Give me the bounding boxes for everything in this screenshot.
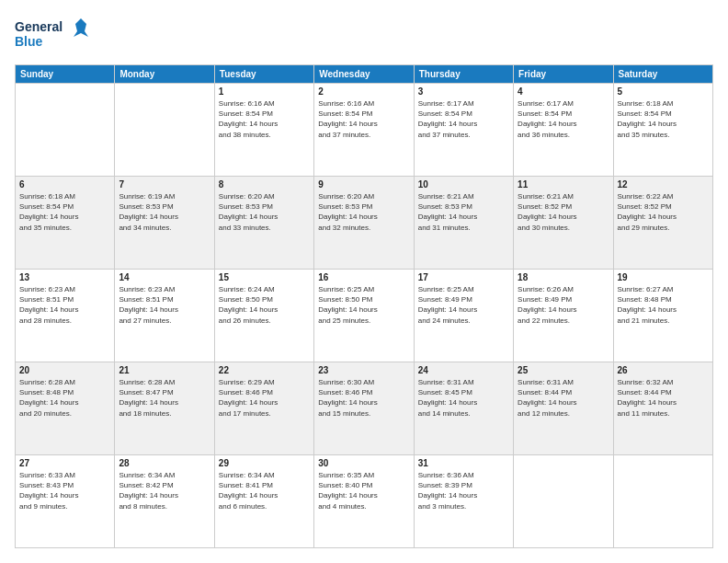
weekday-header-sunday: Sunday (16, 65, 115, 84)
day-number: 1 (219, 86, 310, 97)
day-info: Sunrise: 6:17 AM Sunset: 8:54 PM Dayligh… (518, 98, 609, 140)
day-number: 8 (219, 179, 310, 190)
calendar-cell (514, 455, 613, 548)
calendar-cell (16, 84, 115, 177)
calendar-cell: 16Sunrise: 6:25 AM Sunset: 8:50 PM Dayli… (314, 270, 414, 362)
day-info: Sunrise: 6:34 AM Sunset: 8:42 PM Dayligh… (119, 470, 210, 511)
calendar-cell: 10Sunrise: 6:21 AM Sunset: 8:53 PM Dayli… (414, 177, 513, 270)
day-number: 29 (219, 458, 310, 468)
day-number: 5 (618, 86, 709, 97)
calendar-cell (613, 455, 712, 548)
calendar-cell: 18Sunrise: 6:26 AM Sunset: 8:49 PM Dayli… (514, 270, 613, 362)
day-number: 19 (618, 272, 709, 282)
day-number: 22 (219, 365, 310, 375)
weekday-header-friday: Friday (514, 65, 613, 84)
calendar-cell: 9Sunrise: 6:20 AM Sunset: 8:53 PM Daylig… (314, 177, 414, 270)
day-info: Sunrise: 6:27 AM Sunset: 8:48 PM Dayligh… (618, 284, 709, 326)
day-info: Sunrise: 6:25 AM Sunset: 8:49 PM Dayligh… (418, 284, 509, 326)
day-number: 3 (418, 86, 509, 97)
day-info: Sunrise: 6:32 AM Sunset: 8:44 PM Dayligh… (618, 377, 709, 419)
calendar-cell: 27Sunrise: 6:33 AM Sunset: 8:43 PM Dayli… (16, 455, 115, 548)
weekday-header-tuesday: Tuesday (214, 65, 313, 84)
svg-marker-2 (74, 18, 88, 37)
calendar-cell: 7Sunrise: 6:19 AM Sunset: 8:53 PM Daylig… (115, 177, 214, 270)
calendar-cell: 4Sunrise: 6:17 AM Sunset: 8:54 PM Daylig… (514, 84, 613, 177)
calendar-cell: 12Sunrise: 6:22 AM Sunset: 8:52 PM Dayli… (613, 177, 712, 270)
week-row-2: 6Sunrise: 6:18 AM Sunset: 8:54 PM Daylig… (16, 177, 713, 270)
day-number: 10 (418, 179, 509, 190)
calendar-table: SundayMondayTuesdayWednesdayThursdayFrid… (15, 64, 713, 548)
calendar-cell: 11Sunrise: 6:21 AM Sunset: 8:52 PM Dayli… (514, 177, 613, 270)
calendar-cell: 5Sunrise: 6:18 AM Sunset: 8:54 PM Daylig… (613, 84, 712, 177)
day-number: 30 (318, 458, 409, 468)
weekday-header-thursday: Thursday (414, 65, 513, 84)
day-number: 13 (19, 272, 110, 282)
calendar-cell: 15Sunrise: 6:24 AM Sunset: 8:50 PM Dayli… (214, 270, 313, 362)
calendar-cell: 23Sunrise: 6:30 AM Sunset: 8:46 PM Dayli… (314, 362, 414, 455)
day-number: 27 (19, 458, 110, 468)
day-info: Sunrise: 6:19 AM Sunset: 8:53 PM Dayligh… (119, 191, 210, 233)
day-number: 24 (418, 365, 509, 375)
day-info: Sunrise: 6:29 AM Sunset: 8:46 PM Dayligh… (219, 377, 310, 419)
day-info: Sunrise: 6:18 AM Sunset: 8:54 PM Dayligh… (618, 98, 709, 140)
weekday-header-saturday: Saturday (613, 65, 712, 84)
calendar-cell: 20Sunrise: 6:28 AM Sunset: 8:48 PM Dayli… (16, 362, 115, 455)
day-number: 23 (318, 365, 409, 375)
day-number: 28 (119, 458, 210, 468)
calendar-cell: 31Sunrise: 6:36 AM Sunset: 8:39 PM Dayli… (414, 455, 513, 548)
day-info: Sunrise: 6:21 AM Sunset: 8:53 PM Dayligh… (418, 191, 509, 233)
day-number: 17 (418, 272, 509, 282)
day-info: Sunrise: 6:17 AM Sunset: 8:54 PM Dayligh… (418, 98, 509, 140)
day-number: 14 (119, 272, 210, 282)
day-number: 21 (119, 365, 210, 375)
day-info: Sunrise: 6:21 AM Sunset: 8:52 PM Dayligh… (518, 191, 609, 233)
weekday-header-wednesday: Wednesday (314, 65, 414, 84)
svg-text:Blue: Blue (15, 34, 43, 49)
svg-text:General: General (15, 19, 63, 34)
week-row-4: 20Sunrise: 6:28 AM Sunset: 8:48 PM Dayli… (16, 362, 713, 455)
day-number: 18 (518, 272, 609, 282)
day-number: 26 (618, 365, 709, 375)
day-info: Sunrise: 6:16 AM Sunset: 8:54 PM Dayligh… (219, 98, 310, 140)
calendar-cell: 1Sunrise: 6:16 AM Sunset: 8:54 PM Daylig… (214, 84, 313, 177)
day-info: Sunrise: 6:35 AM Sunset: 8:40 PM Dayligh… (318, 470, 409, 511)
day-info: Sunrise: 6:28 AM Sunset: 8:47 PM Dayligh… (119, 377, 210, 419)
day-info: Sunrise: 6:22 AM Sunset: 8:52 PM Dayligh… (618, 191, 709, 233)
day-info: Sunrise: 6:28 AM Sunset: 8:48 PM Dayligh… (19, 377, 110, 419)
calendar-cell: 29Sunrise: 6:34 AM Sunset: 8:41 PM Dayli… (214, 455, 313, 548)
calendar-cell: 28Sunrise: 6:34 AM Sunset: 8:42 PM Dayli… (115, 455, 214, 548)
calendar-cell: 30Sunrise: 6:35 AM Sunset: 8:40 PM Dayli… (314, 455, 414, 548)
calendar-cell: 25Sunrise: 6:31 AM Sunset: 8:44 PM Dayli… (514, 362, 613, 455)
day-info: Sunrise: 6:31 AM Sunset: 8:45 PM Dayligh… (418, 377, 509, 419)
day-number: 6 (19, 179, 110, 190)
day-info: Sunrise: 6:20 AM Sunset: 8:53 PM Dayligh… (318, 191, 409, 233)
day-number: 12 (618, 179, 709, 190)
calendar-cell: 8Sunrise: 6:20 AM Sunset: 8:53 PM Daylig… (214, 177, 313, 270)
day-info: Sunrise: 6:26 AM Sunset: 8:49 PM Dayligh… (518, 284, 609, 326)
day-number: 4 (518, 86, 609, 97)
day-number: 7 (119, 179, 210, 190)
day-info: Sunrise: 6:23 AM Sunset: 8:51 PM Dayligh… (19, 284, 110, 326)
day-number: 31 (418, 458, 509, 468)
calendar-cell (115, 84, 214, 177)
day-info: Sunrise: 6:20 AM Sunset: 8:53 PM Dayligh… (219, 191, 310, 233)
week-row-5: 27Sunrise: 6:33 AM Sunset: 8:43 PM Dayli… (16, 455, 713, 548)
calendar-cell: 24Sunrise: 6:31 AM Sunset: 8:45 PM Dayli… (414, 362, 513, 455)
week-row-1: 1Sunrise: 6:16 AM Sunset: 8:54 PM Daylig… (16, 84, 713, 177)
logo-svg: General Blue (15, 15, 88, 55)
logo: General Blue (15, 15, 88, 55)
day-number: 15 (219, 272, 310, 282)
day-number: 11 (518, 179, 609, 190)
day-info: Sunrise: 6:30 AM Sunset: 8:46 PM Dayligh… (318, 377, 409, 419)
calendar-cell: 14Sunrise: 6:23 AM Sunset: 8:51 PM Dayli… (115, 270, 214, 362)
day-number: 25 (518, 365, 609, 375)
week-row-3: 13Sunrise: 6:23 AM Sunset: 8:51 PM Dayli… (16, 270, 713, 362)
weekday-header-monday: Monday (115, 65, 214, 84)
day-number: 20 (19, 365, 110, 375)
page-header: General Blue (15, 15, 713, 55)
day-number: 16 (318, 272, 409, 282)
day-info: Sunrise: 6:25 AM Sunset: 8:50 PM Dayligh… (318, 284, 409, 326)
day-info: Sunrise: 6:36 AM Sunset: 8:39 PM Dayligh… (418, 470, 509, 511)
day-info: Sunrise: 6:16 AM Sunset: 8:54 PM Dayligh… (318, 98, 409, 140)
calendar-cell: 17Sunrise: 6:25 AM Sunset: 8:49 PM Dayli… (414, 270, 513, 362)
